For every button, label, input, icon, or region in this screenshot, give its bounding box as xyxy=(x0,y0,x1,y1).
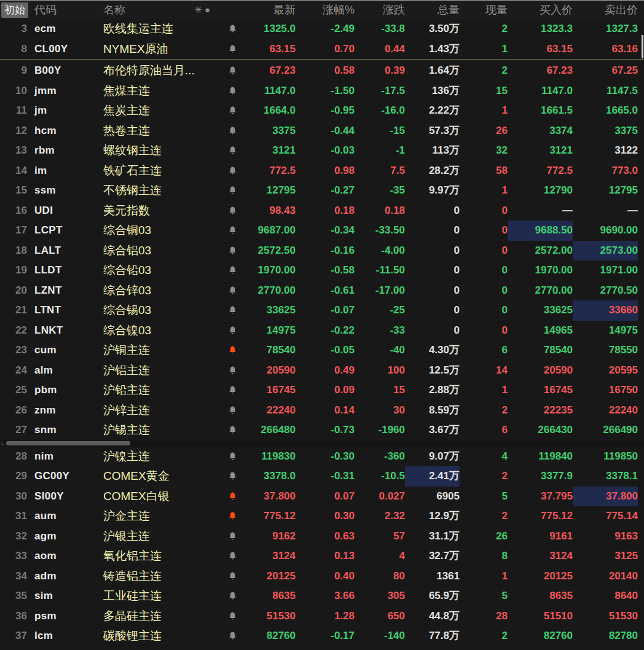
alert-bell-cell[interactable] xyxy=(221,241,243,261)
alert-bell-icon[interactable] xyxy=(228,631,237,641)
alert-bell-cell[interactable] xyxy=(221,101,243,121)
quote-row[interactable]: 25 pbm 沪铅主连 16745 0.09 15 2.88万 1 16745 … xyxy=(0,380,644,401)
quote-row[interactable]: 27 snm 沪锡主连 266480 -0.73 -1960 3.67万 6 2… xyxy=(0,420,644,441)
column-header-ask[interactable]: 卖出价 xyxy=(573,1,638,19)
quote-row[interactable]: 36 psm 多晶硅主连 51530 1.28 650 44.8万 28 515… xyxy=(0,606,644,627)
quote-row[interactable]: 20 LZNT 综合锌03 2770.00 -0.61 -17.00 0 0 2… xyxy=(0,281,644,301)
quote-row[interactable]: 12 hcm 热卷主连 3375 -0.44 -15 57.3万 26 3374… xyxy=(0,121,644,141)
dot-icon[interactable]: ● xyxy=(205,4,213,15)
alert-bell-icon[interactable] xyxy=(228,591,237,601)
quote-row[interactable]: 23 cum 沪铜主连 78540 -0.05 -40 4.30万 6 7854… xyxy=(0,340,644,361)
alert-bell-cell[interactable] xyxy=(221,586,243,606)
alert-bell-cell[interactable] xyxy=(221,606,243,627)
alert-bell-cell[interactable] xyxy=(221,466,243,487)
column-header-pct[interactable]: 涨幅% xyxy=(296,1,355,19)
alert-bell-icon[interactable] xyxy=(228,366,237,375)
quote-row[interactable]: 3 ecm 欧线集运主连 1325.0 -2.49 -33.8 3.50万 2 … xyxy=(0,19,644,39)
quote-row[interactable]: 34 adm 铸造铝主连 20125 0.40 80 1361 1 20125 … xyxy=(0,566,644,587)
quote-row[interactable]: 9 B00Y 布伦特原油当月... 67.23 0.58 0.39 1.64万 … xyxy=(0,61,644,81)
alert-bell-icon[interactable] xyxy=(228,106,237,116)
quote-row[interactable]: 26 znm 沪锌主连 22240 0.14 30 8.59万 2 22235 … xyxy=(0,401,644,421)
alert-bell-icon[interactable] xyxy=(228,425,237,435)
quote-row[interactable]: 35 sim 工业硅主连 8635 3.66 305 65.9万 5 8635 … xyxy=(0,586,644,606)
column-header-volume[interactable]: 总量 xyxy=(405,1,460,19)
settings-asterisk-icon[interactable]: ✳ xyxy=(194,4,205,15)
alert-bell-icon[interactable] xyxy=(228,452,237,461)
vertical-scrollbar-thumb[interactable] xyxy=(642,35,643,58)
alert-bell-cell[interactable] xyxy=(221,161,243,181)
alert-bell-icon[interactable] xyxy=(228,571,237,581)
alert-bell-icon[interactable] xyxy=(228,225,237,235)
column-header-name[interactable]: 名称 ✳● xyxy=(98,1,221,19)
alert-bell-cell[interactable] xyxy=(221,260,243,281)
alert-bell-cell[interactable] xyxy=(221,281,243,301)
quote-row[interactable]: 8 CL00Y NYMEX原油 63.15 0.70 0.44 1.43万 1 … xyxy=(0,39,644,60)
alert-bell-icon[interactable] xyxy=(228,326,237,335)
column-header-current-volume[interactable]: 现量 xyxy=(460,1,508,19)
alert-bell-icon[interactable] xyxy=(228,491,237,501)
alert-bell-cell[interactable] xyxy=(221,340,243,361)
alert-bell-icon[interactable] xyxy=(228,385,237,395)
quote-row[interactable]: 29 GC00Y COMEX黄金 3378.0 -0.31 -10.5 2.41… xyxy=(0,466,644,487)
initial-tab[interactable]: 初始 xyxy=(1,2,28,18)
quote-row[interactable]: 37 lcm 碳酸锂主连 82760 -0.17 -140 77.8万 2 82… xyxy=(0,626,644,646)
quote-row[interactable]: 33 aom 氧化铝主连 3124 0.13 4 32.7万 8 3124 31… xyxy=(0,546,644,566)
alert-bell-icon[interactable] xyxy=(228,206,237,216)
alert-bell-icon[interactable] xyxy=(228,246,237,256)
quote-row[interactable]: 15 ssm 不锈钢主连 12795 -0.27 -35 9.97万 1 127… xyxy=(0,181,644,201)
alert-bell-cell[interactable] xyxy=(221,19,243,39)
alert-bell-cell[interactable] xyxy=(221,300,243,321)
quote-row[interactable]: 24 alm 沪铝主连 20590 0.49 100 12.5万 14 2059… xyxy=(0,361,644,381)
alert-bell-icon[interactable] xyxy=(228,265,237,275)
alert-bell-cell[interactable] xyxy=(221,527,243,547)
alert-bell-icon[interactable] xyxy=(228,611,237,621)
alert-bell-cell[interactable] xyxy=(221,321,243,341)
quote-row[interactable]: 18 LALT 综合铝03 2572.50 -0.16 -4.00 0 0 25… xyxy=(0,241,644,261)
alert-bell-cell[interactable] xyxy=(221,380,243,401)
alert-bell-cell[interactable] xyxy=(221,181,243,201)
horizontal-scrollbar[interactable] xyxy=(0,441,644,447)
alert-bell-cell[interactable] xyxy=(221,626,243,646)
alert-bell-cell[interactable] xyxy=(221,361,243,381)
quote-row[interactable]: 16 UDI 美元指数 98.43 0.18 0.18 0 0 — — xyxy=(0,201,644,221)
quote-row[interactable]: 32 agm 沪银主连 9162 0.63 57 31.1万 26 9161 9… xyxy=(0,527,644,547)
alert-bell-icon[interactable] xyxy=(228,511,237,521)
alert-bell-icon[interactable] xyxy=(228,286,237,296)
quote-row[interactable]: 14 im 铁矿石主连 772.5 0.98 7.5 28.2万 58 772.… xyxy=(0,161,644,181)
alert-bell-cell[interactable] xyxy=(221,506,243,527)
alert-bell-cell[interactable] xyxy=(221,447,243,467)
alert-bell-cell[interactable] xyxy=(221,566,243,587)
alert-bell-cell[interactable] xyxy=(221,81,243,101)
alert-bell-cell[interactable] xyxy=(221,39,243,60)
alert-bell-icon[interactable] xyxy=(228,186,237,195)
alert-bell-icon[interactable] xyxy=(228,166,237,176)
alert-bell-cell[interactable] xyxy=(221,420,243,441)
quote-row[interactable]: 11 jm 焦炭主连 1664.0 -0.95 -16.0 2.22万 1 16… xyxy=(0,101,644,121)
alert-bell-cell[interactable] xyxy=(221,121,243,141)
quote-row[interactable]: 31 aum 沪金主连 775.12 0.30 2.32 12.9万 2 775… xyxy=(0,506,644,527)
alert-bell-icon[interactable] xyxy=(228,66,237,76)
alert-bell-icon[interactable] xyxy=(228,551,237,561)
column-header-code[interactable]: 代码 xyxy=(29,1,98,19)
alert-bell-icon[interactable] xyxy=(228,126,237,136)
alert-bell-icon[interactable] xyxy=(228,24,237,34)
quote-row[interactable]: 28 nim 沪镍主连 119830 -0.30 -360 9.07万 4 11… xyxy=(0,447,644,467)
quote-row[interactable]: 10 jmm 焦煤主连 1147.0 -1.50 -17.5 136万 15 1… xyxy=(0,81,644,101)
alert-bell-cell[interactable] xyxy=(221,201,243,221)
alert-bell-icon[interactable] xyxy=(228,44,237,54)
alert-bell-cell[interactable] xyxy=(221,61,243,81)
quote-row[interactable]: 19 LLDT 综合铅03 1970.00 -0.58 -11.50 0 0 1… xyxy=(0,260,644,281)
alert-bell-cell[interactable] xyxy=(221,487,243,507)
alert-bell-icon[interactable] xyxy=(228,531,237,541)
alert-bell-cell[interactable] xyxy=(221,401,243,421)
column-header-latest[interactable]: 最新 xyxy=(243,1,296,19)
quote-row[interactable]: 13 rbm 螺纹钢主连 3121 -0.03 -1 113万 32 3121 … xyxy=(0,141,644,161)
quote-row[interactable]: 22 LNKT 综合镍03 14975 -0.22 -33 0 0 14965 … xyxy=(0,321,644,341)
alert-bell-icon[interactable] xyxy=(228,305,237,315)
alert-bell-icon[interactable] xyxy=(228,405,237,415)
alert-bell-icon[interactable] xyxy=(228,471,237,481)
alert-bell-cell[interactable] xyxy=(221,221,243,241)
quote-row[interactable]: 30 SI00Y COMEX白银 37.800 0.07 0.027 6905 … xyxy=(0,487,644,507)
quote-row[interactable]: 21 LTNT 综合锡03 33625 -0.07 -25 0 0 33625 … xyxy=(0,300,644,321)
alert-bell-cell[interactable] xyxy=(221,546,243,566)
